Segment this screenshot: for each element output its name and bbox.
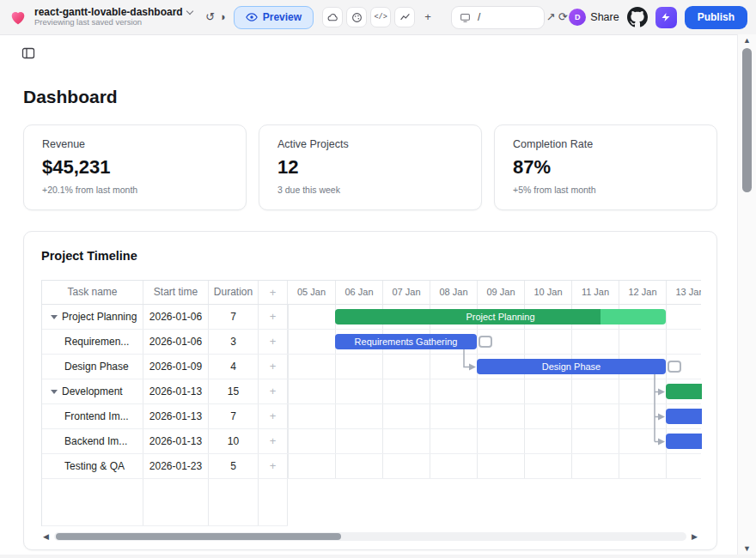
cloud-icon <box>327 12 338 23</box>
bar-resize-handle[interactable] <box>479 336 492 348</box>
project-menu[interactable]: react-gantt-lovable-dashboard Previewing… <box>34 7 192 28</box>
code-button[interactable]: </> <box>370 7 391 27</box>
add-task-button[interactable]: + <box>259 454 288 478</box>
contrast-button[interactable]: ◑ <box>216 8 229 27</box>
add-panel-button[interactable]: + <box>418 8 437 27</box>
scroll-down-icon: ▼ <box>743 544 751 553</box>
task-name-cell: Development <box>42 379 143 403</box>
scrollbar-thumb[interactable] <box>56 533 341 540</box>
project-subtitle: Previewing last saved version <box>34 18 192 27</box>
stat-subtext: 3 due this week <box>277 185 463 195</box>
plus-icon: + <box>259 404 287 428</box>
stat-subtext: +20.1% from last month <box>42 185 228 195</box>
chart-icon <box>399 12 411 23</box>
gantt-bar-development[interactable] <box>666 384 702 399</box>
task-name: Design Phase <box>64 355 129 379</box>
task-name-cell: Design Phase <box>42 355 143 379</box>
task-start: 2026-01-13 <box>143 379 209 403</box>
preview-stage: Dashboard Revenue $45,231 +20.1% from la… <box>0 34 737 555</box>
scroll-right-icon: ▶ <box>692 532 698 541</box>
add-task-button[interactable]: + <box>259 330 288 354</box>
task-name: Backend Im... <box>64 429 127 453</box>
upgrade-button[interactable] <box>655 7 677 28</box>
scrollbar-track[interactable] <box>54 532 686 541</box>
stat-cards: Revenue $45,231 +20.1% from last month A… <box>23 124 717 210</box>
task-duration: 7 <box>209 404 259 428</box>
gantt-bar-frontend[interactable] <box>666 409 702 424</box>
device-icon <box>460 12 471 23</box>
stat-card-revenue: Revenue $45,231 +20.1% from last month <box>23 124 247 210</box>
url-bar[interactable]: / <box>451 6 545 29</box>
plus-icon: + <box>259 305 287 329</box>
gantt-bar-project-planning[interactable]: Project Planning <box>335 309 666 324</box>
scroll-right-button[interactable]: ▶ <box>692 531 698 543</box>
add-task-button[interactable]: + <box>259 355 288 379</box>
lovable-logo-icon[interactable] <box>9 8 27 27</box>
task-duration: 5 <box>209 454 259 478</box>
add-task-button[interactable]: + <box>259 404 288 428</box>
scroll-up-icon: ▲ <box>743 36 751 45</box>
stat-label: Revenue <box>42 138 228 150</box>
palette-icon <box>351 12 363 23</box>
task-start: 2026-01-23 <box>143 454 209 478</box>
add-task-button[interactable]: + <box>259 429 288 453</box>
external-link-icon: ↗ <box>546 10 556 23</box>
project-timeline-card: Project Timeline Task name Start time Du… <box>23 231 717 550</box>
task-duration: 7 <box>209 305 259 329</box>
task-start: 2026-01-06 <box>143 330 209 354</box>
bar-label: Design Phase <box>542 361 601 372</box>
preview-button[interactable]: Preview <box>234 6 314 29</box>
stat-label: Completion Rate <box>513 138 698 150</box>
add-task-button[interactable]: + <box>259 305 288 329</box>
gantt-bar-backend[interactable] <box>666 434 702 449</box>
plus-icon: + <box>259 379 287 403</box>
github-button[interactable] <box>627 7 648 27</box>
stat-label: Active Projects <box>277 138 463 150</box>
open-external-button[interactable]: ↗ <box>545 8 557 27</box>
page-vertical-scrollbar[interactable]: ▲ ▼ <box>737 34 756 555</box>
bar-label: Project Planning <box>466 312 534 322</box>
page-title: Dashboard <box>23 87 118 107</box>
task-name-cell: Testing & QA <box>42 454 143 478</box>
collapse-caret-icon[interactable] <box>51 390 58 394</box>
palette-button[interactable] <box>346 7 367 27</box>
add-task-button[interactable]: + <box>259 379 288 403</box>
task-name: Development <box>62 379 123 403</box>
task-name: Requiremen... <box>64 330 129 354</box>
task-name-cell: Backend Im... <box>42 429 143 453</box>
gantt-bar-requirements-gathering[interactable]: Requirements Gathering <box>335 334 477 349</box>
share-button[interactable]: D Share <box>569 9 619 26</box>
task-duration: 10 <box>209 429 259 453</box>
task-start: 2026-01-09 <box>143 355 209 379</box>
chevron-down-icon <box>186 8 192 15</box>
bar-resize-handle[interactable] <box>668 361 681 373</box>
share-label: Share <box>590 11 619 23</box>
col-header-duration: Duration <box>209 281 259 304</box>
scroll-left-icon: ◀ <box>43 532 49 541</box>
task-name: Project Planning <box>62 305 137 329</box>
task-name: Testing & QA <box>64 454 125 478</box>
analytics-button[interactable] <box>394 7 415 27</box>
project-name: react-gantt-lovable-dashboard <box>34 7 183 19</box>
scroll-down-button[interactable]: ▼ <box>738 544 756 553</box>
scroll-left-button[interactable]: ◀ <box>43 531 49 543</box>
publish-button[interactable]: Publish <box>685 6 747 29</box>
scroll-up-button[interactable]: ▲ <box>738 36 756 45</box>
add-column-button[interactable]: + <box>259 281 288 304</box>
eye-icon <box>246 11 258 23</box>
cloud-button[interactable] <box>322 7 343 27</box>
refresh-button[interactable]: ⟳ <box>557 8 569 27</box>
gantt-bar-design-phase[interactable]: Design Phase <box>477 359 666 374</box>
col-header-start-time: Start time <box>143 281 209 304</box>
sidebar-toggle-button[interactable] <box>21 46 35 63</box>
lightning-icon <box>661 12 671 22</box>
topbar-right: D Share Publish <box>569 6 747 29</box>
stat-card-active-projects: Active Projects 12 3 due this week <box>259 124 482 210</box>
gantt-chart-layer: Project Planning Requirements Gathering … <box>288 281 702 526</box>
plus-icon: + <box>259 355 287 379</box>
refresh-icon: ⟳ <box>558 10 568 23</box>
scrollbar-thumb[interactable] <box>742 48 752 192</box>
collapse-caret-icon[interactable] <box>51 315 58 319</box>
history-button[interactable]: ↺ <box>204 8 216 27</box>
stat-value: 87% <box>513 156 698 179</box>
